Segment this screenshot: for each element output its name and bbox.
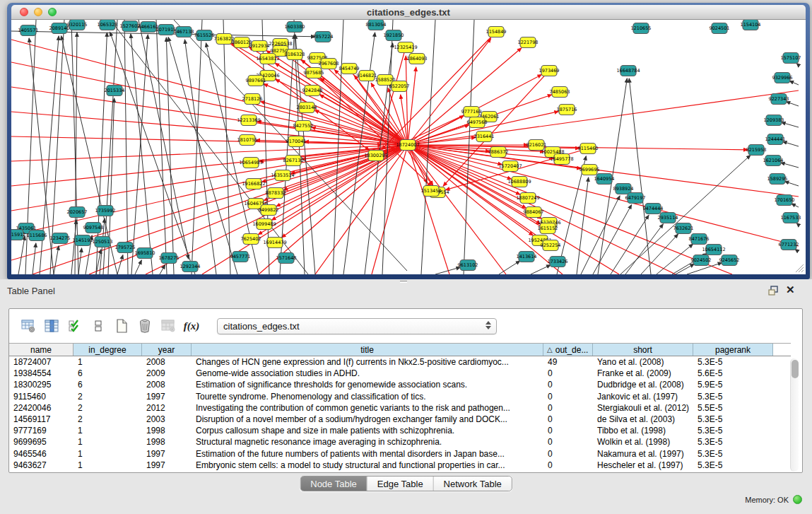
teal-node[interactable]: 1467138 [174,27,194,37]
yellow-node[interactable]: 9897661 [246,76,266,86]
table-row[interactable]: 1830029562008Estimation of significance … [9,379,791,390]
tab-node-table[interactable]: Node Table [300,477,367,491]
import-table-icon[interactable] [159,317,177,334]
select-rows-icon[interactable] [66,317,84,334]
teal-node[interactable]: 1234275 [50,233,71,244]
yellow-node[interactable]: 16099489 [252,219,276,230]
teal-node[interactable]: 1589295 [767,174,788,185]
column-header-in_degree[interactable]: in_degree [73,344,142,356]
teal-node[interactable]: 1527602 [120,21,141,32]
teal-node[interactable]: 1701650 [775,195,795,206]
teal-node[interactable]: 1145193 [73,235,93,246]
red-edge[interactable] [11,62,408,145]
teal-node[interactable]: 8471676 [689,234,710,245]
column-header-year[interactable]: year [142,344,192,356]
table-row[interactable]: 1872400712008Changes of HCN gene express… [9,356,791,368]
teal-node[interactable]: 1292344 [180,262,201,272]
black-edge[interactable] [792,204,799,207]
table-row[interactable]: 969969511998Structural magnetic resonanc… [9,436,791,448]
teal-node[interactable]: 2015334 [105,86,125,96]
yellow-node[interactable]: 2718126 [242,94,263,105]
yellow-node[interactable]: 9699695 [579,165,600,175]
yellow-node[interactable]: 8912934 [249,41,270,52]
teal-node[interactable]: 8215958 [746,145,767,156]
black-edge[interactable] [71,220,76,274]
teal-node[interactable]: 9457771 [230,252,251,262]
function-builder-icon[interactable]: f(x) [182,317,201,334]
splitter-handle[interactable] [398,280,409,284]
tab-edge-table[interactable]: Edge Table [367,477,434,491]
black-edge[interactable] [783,141,799,146]
black-edge[interactable] [786,102,799,106]
yellow-node[interactable]: 6497568 [467,117,488,128]
column-header-short[interactable]: short [593,344,693,356]
teal-node[interactable]: 16648784 [616,66,640,76]
yellow-node[interactable]: 7625402 [241,234,261,245]
teal-node[interactable]: 1921850 [384,30,404,41]
black-edge[interactable] [166,37,174,274]
yellow-node[interactable]: 1810755 [237,135,258,146]
teal-node[interactable]: 1115686 [27,230,47,241]
resize-grip-icon[interactable] [794,263,804,273]
table-scrollbar[interactable] [790,358,799,472]
teal-node[interactable]: 9227343 [769,94,789,105]
network-canvas[interactable]: 1872400723420046989766127181261221336918… [11,20,806,274]
teal-node[interactable]: 9245652 [719,255,740,266]
window-title-bar[interactable]: citations_edges.txt [11,5,806,20]
table-row[interactable]: 2242004622012Investigating the contribut… [9,402,791,414]
black-edge[interactable] [124,20,128,274]
yellow-node[interactable]: 1875716 [557,105,577,115]
teal-node[interactable]: 9024502 [691,255,712,266]
teal-node[interactable]: 1795725 [115,243,136,253]
black-edge[interactable] [531,265,551,274]
yellow-node[interactable]: 1864093 [407,54,428,64]
table-row[interactable]: 911546021997Tourette syndrome. Phenomeno… [9,391,791,402]
table-row[interactable]: 1456911722003Disruption of a novel membe… [9,414,791,425]
yellow-node[interactable]: 10688809 [507,177,531,187]
teal-node[interactable]: 2935114 [658,213,678,223]
teal-node[interactable]: 9320115 [67,20,88,30]
teal-node[interactable]: 9024501 [710,23,730,34]
teal-node[interactable]: 1678275 [159,253,180,264]
teal-node[interactable]: 1210655 [631,23,652,34]
yellow-node[interactable]: 8267130 [283,156,304,166]
yellow-node[interactable]: 2967608 [319,59,339,69]
column-header-out_de[interactable]: △out_de... [543,344,593,356]
yellow-node[interactable]: 1154849 [486,27,507,37]
teal-node[interactable]: 1695810 [135,248,155,259]
yellow-node[interactable]: 12213369 [237,115,260,126]
yellow-node[interactable]: 1221798 [518,37,539,48]
table-row[interactable]: 946362711997Embryonic stem cells: a mode… [9,460,791,471]
yellow-node[interactable]: 15720407 [498,161,522,172]
red-edge[interactable] [11,136,408,145]
teal-node[interactable]: 7632621 [673,223,694,234]
yellow-node[interactable]: 9499822 [259,205,279,216]
black-edge[interactable] [117,255,123,274]
black-edge[interactable] [577,177,589,274]
float-panel-icon[interactable] [767,285,780,296]
teal-node[interactable]: 9474444 [643,204,664,214]
teal-node[interactable]: 6479197 [625,193,646,204]
yellow-node[interactable]: 16914479 [263,238,286,248]
teal-node[interactable]: 1735992 [95,206,116,216]
yellow-node[interactable]: 9252254 [541,240,561,251]
black-edge[interactable] [593,205,632,274]
yellow-node[interactable]: 6522057 [389,81,410,92]
teal-node[interactable]: 1621064 [763,156,784,166]
black-edge[interactable] [625,224,663,274]
column-header-name[interactable]: name [9,344,73,356]
teal-node[interactable]: 1154104 [741,20,761,30]
table-settings-icon[interactable] [19,317,37,334]
teal-node[interactable]: 1733426 [548,257,568,267]
teal-node[interactable]: 9329966 [772,73,793,83]
table-row[interactable]: 1938455462009Genome-wide association stu… [9,368,791,379]
teal-node[interactable]: 1413614 [517,252,537,262]
teal-node[interactable]: 2020657 [67,207,88,218]
teal-node[interactable]: 7615526 [194,30,215,41]
black-edge[interactable] [499,261,520,274]
yellow-node[interactable]: 7485063 [550,87,570,98]
teal-node[interactable]: 1405571 [18,25,39,36]
yellow-node[interactable]: 8878332 [266,188,286,199]
memory-status-icon[interactable] [793,495,802,504]
black-edge[interactable] [184,40,216,274]
